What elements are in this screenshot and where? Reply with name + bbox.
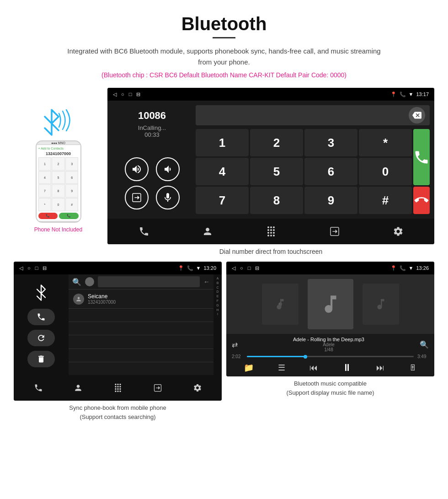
phonebook-screen: ◁ ○ □ ⊟ 📍 📞 ▼ 13:20: [14, 262, 222, 401]
pb-contact-number: 13241007000: [88, 300, 209, 305]
dial-key-end-call[interactable]: [413, 187, 430, 214]
phone-key-2[interactable]: 2: [52, 157, 65, 171]
transfer-btn[interactable]: [125, 186, 149, 209]
dial-bottom-nav: [107, 219, 434, 244]
music-playback-row: 📁 ☰ ⏮ ⏸ ⏭ 🎚: [232, 362, 429, 374]
music-wrapper: ◁ ○ □ ⊟ 📍 📞 ▼ 13:26: [226, 262, 434, 423]
pb-empty-row-4: [69, 349, 213, 362]
main-content: ●●● MNO + Add to Contacts 13241007000 1 …: [0, 83, 448, 262]
nav-transfer-icon[interactable]: [324, 220, 346, 242]
pb-nav-dialpad[interactable]: [107, 377, 129, 399]
music-search-icon[interactable]: 🔍: [420, 340, 429, 349]
status-bar-right: 📍 📞 ▼ 13:17: [390, 91, 429, 97]
phone-key-hash[interactable]: #: [65, 198, 79, 211]
dial-key-call-green[interactable]: [413, 129, 430, 185]
dial-key-2[interactable]: 2: [250, 129, 303, 156]
music-next-album: [363, 284, 399, 325]
phone-key-7[interactable]: 7: [38, 184, 52, 198]
music-progress-dot: [304, 355, 307, 359]
dial-key-7[interactable]: 7: [196, 187, 249, 214]
phone-key-3[interactable]: 3: [65, 157, 79, 171]
music-main-album: [308, 279, 353, 329]
nav-contacts-icon[interactable]: [197, 220, 219, 242]
dial-key-3[interactable]: 3: [304, 129, 357, 156]
music-progress-bar[interactable]: [247, 356, 414, 357]
nav-dialpad-icon[interactable]: [260, 220, 282, 242]
dial-key-9[interactable]: 9: [304, 187, 357, 214]
bt-waves: [57, 109, 73, 134]
phone-key-0[interactable]: 0: [52, 198, 65, 211]
pb-home-icon: ○: [27, 265, 31, 271]
dial-key-4[interactable]: 4: [196, 158, 249, 185]
pb-search-input[interactable]: [98, 276, 200, 287]
pb-phone-btn[interactable]: [27, 309, 55, 325]
phone-key-8[interactable]: 8: [52, 184, 65, 198]
pb-nav-calls[interactable]: [27, 377, 49, 399]
volume-down-btn[interactable]: [156, 157, 180, 181]
pb-caption: Sync phone-book from mobile phone (Suppo…: [14, 401, 222, 423]
music-equalizer-icon[interactable]: 🎚: [409, 363, 417, 373]
dial-key-0[interactable]: 0: [359, 158, 412, 185]
pb-bt-icon: [30, 281, 53, 304]
phone-keypad: 1 2 3 4 5 6 7 8 9 * 0 #: [38, 157, 79, 211]
pb-contact-row[interactable]: Seicane 13241007000: [69, 289, 213, 308]
phone-key-6[interactable]: 6: [65, 171, 79, 184]
recents-icon: □: [129, 91, 132, 97]
pb-search-icon: 🔍: [72, 278, 81, 286]
dial-delete-btn[interactable]: [409, 107, 425, 123]
music-track-name: Adele - Rolling In the Deep.mp3: [293, 337, 364, 342]
pb-wifi-icon: ▼: [196, 265, 201, 271]
dial-key-star[interactable]: *: [359, 129, 412, 156]
pb-back-arrow[interactable]: ←: [203, 278, 210, 285]
music-next-btn[interactable]: ⏭: [376, 363, 384, 373]
music-recents-icon: □: [248, 265, 251, 271]
music-list-icon[interactable]: ☰: [278, 363, 285, 373]
phone-key-9[interactable]: 9: [65, 184, 79, 198]
status-bar-left: ◁ ○ □ ⊟: [113, 91, 140, 97]
phone-key-5[interactable]: 5: [52, 171, 65, 184]
phone-key-4[interactable]: 4: [38, 171, 52, 184]
phone-not-included-label: Phone Not Included: [34, 226, 82, 233]
home-icon: ○: [121, 91, 124, 97]
music-status-bar: ◁ ○ □ ⊟ 📍 📞 ▼ 13:26: [226, 262, 434, 274]
pb-nav-transfer[interactable]: [147, 377, 169, 399]
dial-key-8[interactable]: 8: [250, 187, 303, 214]
wifi-icon: ▼: [409, 91, 414, 97]
phone-call-btn[interactable]: 📞: [59, 213, 79, 219]
dial-key-5[interactable]: 5: [250, 158, 303, 185]
phone-key-1[interactable]: 1: [38, 157, 52, 171]
music-folder-icon[interactable]: 📁: [244, 363, 254, 373]
nav-settings-icon[interactable]: [387, 220, 409, 242]
music-time-current: 2:02: [232, 354, 243, 359]
music-call-icon: 📞: [400, 265, 406, 271]
pb-nav-settings[interactable]: [187, 377, 208, 399]
pb-delete-btn[interactable]: [27, 351, 55, 367]
back-icon: ◁: [113, 91, 117, 97]
volume-up-btn[interactable]: [125, 157, 149, 181]
phone-key-star[interactable]: *: [38, 198, 52, 211]
music-info-bar: ⇄ Adele - Rolling In the Deep.mp3 Adele …: [226, 334, 434, 376]
pb-refresh-btn[interactable]: [27, 330, 55, 346]
phone-end-call-btn[interactable]: 📞: [38, 213, 58, 219]
pb-nav-contacts[interactable]: [67, 377, 89, 399]
dial-key-1[interactable]: 1: [196, 129, 249, 156]
music-track-info: Adele - Rolling In the Deep.mp3 Adele 1/…: [293, 337, 364, 352]
pb-time: 13:20: [203, 265, 216, 271]
pb-menu-icon: ⊟: [43, 265, 47, 271]
pb-status-bar: ◁ ○ □ ⊟ 📍 📞 ▼ 13:20: [14, 262, 222, 274]
music-prev-btn[interactable]: ⏮: [309, 363, 318, 373]
mute-btn[interactable]: [156, 186, 180, 209]
call-timer: 00:33: [114, 131, 190, 138]
music-status-left: ◁ ○ □ ⊟: [232, 265, 259, 271]
music-prev-album: [262, 284, 299, 325]
music-shuffle-icon[interactable]: ⇄: [232, 340, 238, 349]
nav-calls-icon[interactable]: [133, 220, 155, 242]
dial-status-bar: ◁ ○ □ ⊟ 📍 📞 ▼ 13:17: [107, 88, 434, 101]
music-progress-fill: [247, 356, 305, 357]
music-play-btn[interactable]: ⏸: [342, 362, 352, 374]
music-screen: ◁ ○ □ ⊟ 📍 📞 ▼ 13:26: [226, 262, 434, 376]
music-status-right: 📍 📞 ▼ 13:26: [390, 265, 429, 271]
dial-key-hash[interactable]: #: [359, 187, 412, 214]
dial-key-6[interactable]: 6: [304, 158, 357, 185]
phone-bottom-bar: [37, 221, 80, 222]
